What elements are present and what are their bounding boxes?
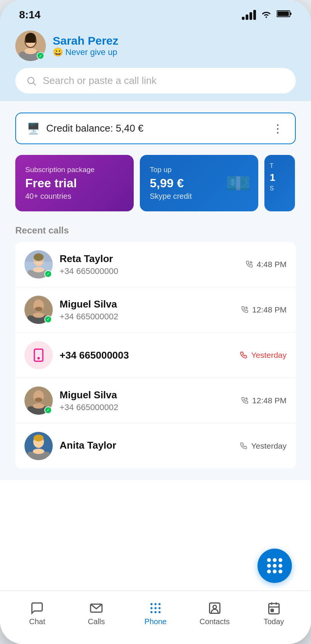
svg-point-43 <box>34 435 44 441</box>
avatar[interactable] <box>15 31 46 61</box>
promo-partial-title: 1 <box>270 172 290 184</box>
svg-line-13 <box>33 83 36 85</box>
nav-label-chat: Chat <box>29 617 45 626</box>
nav-item-contacts[interactable]: Contacts <box>185 601 244 626</box>
call-info-miguel1: Miguel Silva +34 665000002 <box>60 298 234 322</box>
profile-name: Sarah Perez <box>53 34 118 47</box>
online-badge <box>37 52 44 60</box>
call-time-unknown: Yesterday <box>240 351 287 360</box>
signal-icon <box>242 10 256 20</box>
incoming-call-icon <box>245 260 254 269</box>
promo-subscription-sub: 40+ countries <box>25 192 124 201</box>
chat-icon <box>30 601 44 615</box>
svg-point-55 <box>213 605 216 609</box>
call-name-anita: Anita Taylor <box>60 440 233 451</box>
reta-online-badge <box>44 270 52 278</box>
call-info-miguel2: Miguel Silva +34 665000002 <box>60 389 234 412</box>
call-time-value-miguel2: 12:48 PM <box>241 396 287 405</box>
dialpad-dots <box>263 554 286 577</box>
recent-calls-list: Reta Taylor +34 665000000 4:48 PM <box>15 242 296 469</box>
svg-point-26 <box>33 312 44 318</box>
svg-point-47 <box>159 603 160 605</box>
call-name-miguel1: Miguel Silva <box>60 298 234 310</box>
contacts-icon <box>208 601 222 615</box>
call-number-unknown: +34 665000003 <box>60 349 233 361</box>
svg-point-52 <box>154 611 156 613</box>
today-icon <box>267 601 281 615</box>
nav-label-phone: Phone <box>144 617 167 626</box>
status-icons <box>242 10 292 20</box>
svg-rect-1 <box>277 11 289 16</box>
more-dots-button[interactable]: ⋮ <box>272 122 284 135</box>
status-bar: 8:14 <box>0 0 311 27</box>
svg-point-51 <box>151 611 152 613</box>
svg-point-27 <box>35 307 42 311</box>
nav-item-today[interactable]: Today <box>244 601 303 626</box>
svg-rect-56 <box>269 604 279 614</box>
svg-point-18 <box>33 267 44 272</box>
missed-call-icon <box>240 351 248 359</box>
call-info-unknown: +34 665000003 <box>60 349 233 361</box>
phone-icon <box>31 348 46 362</box>
svg-rect-2 <box>290 13 292 15</box>
search-bar[interactable]: Search or paste a call link <box>15 68 296 93</box>
header: Sarah Perez 😀 Never give up Search or pa… <box>0 27 311 101</box>
call-name-miguel2: Miguel Silva <box>60 389 234 401</box>
search-placeholder: Search or paste a call link <box>43 75 157 87</box>
phone-frame: 8:14 <box>0 0 311 644</box>
call-time-anita: Yesterday <box>240 441 287 451</box>
profile-info: Sarah Perez 😀 Never give up <box>53 34 118 57</box>
svg-point-12 <box>28 77 34 83</box>
svg-rect-11 <box>26 37 36 43</box>
credit-card[interactable]: 🖥️ Credit balance: 5,40 € ⋮ <box>15 113 296 144</box>
svg-point-8 <box>24 48 37 54</box>
call-item-reta-taylor[interactable]: Reta Taylor +34 665000000 4:48 PM <box>15 242 296 287</box>
call-time-value-reta: 4:48 PM <box>245 260 287 269</box>
recent-calls-label: Recent calls <box>15 225 296 236</box>
battery-icon <box>277 10 292 20</box>
miguel1-online-badge <box>44 316 52 323</box>
call-info-reta: Reta Taylor +34 665000000 <box>60 253 238 276</box>
promo-partial-sub: S <box>270 185 290 192</box>
call-item-anita[interactable]: Anita Taylor Yesterday <box>15 423 296 469</box>
nav-label-calls: Calls <box>88 617 105 626</box>
svg-point-50 <box>159 607 160 609</box>
main-content: 🖥️ Credit balance: 5,40 € ⋮ Subscription… <box>0 101 311 480</box>
svg-rect-60 <box>271 609 273 612</box>
profile-row: Sarah Perez 😀 Never give up <box>15 31 296 61</box>
svg-point-35 <box>33 403 44 409</box>
dialpad-fab[interactable] <box>258 549 292 583</box>
money-icon: 💵 <box>226 172 251 195</box>
nav-label-today: Today <box>264 617 284 626</box>
nav-item-calls[interactable]: Calls <box>67 601 126 626</box>
promo-card-topup[interactable]: Top up 5,99 € Skype credit 💵 <box>140 155 258 211</box>
wifi-icon <box>261 10 272 20</box>
svg-point-30 <box>38 357 39 359</box>
credit-balance: Credit balance: 5,40 € <box>46 122 143 134</box>
outgoing-call-icon <box>240 442 248 450</box>
svg-rect-20 <box>24 250 53 262</box>
call-number-miguel2: +34 665000002 <box>60 402 234 412</box>
call-avatar-img-anita <box>24 432 53 460</box>
svg-point-46 <box>154 603 156 605</box>
miguel2-online-badge <box>44 406 52 414</box>
profile-status: 😀 Never give up <box>53 47 118 57</box>
credit-icon: 🖥️ <box>27 122 40 135</box>
promo-card-subscription[interactable]: Subscription package Free trial 40+ coun… <box>15 155 134 211</box>
call-time-reta: 4:48 PM <box>245 260 287 269</box>
credit-left: 🖥️ Credit balance: 5,40 € <box>27 122 143 135</box>
call-avatar-miguel1 <box>24 296 53 324</box>
call-item-unknown[interactable]: +34 665000003 Yesterday <box>15 333 296 378</box>
call-number-miguel1: +34 665000002 <box>60 312 234 322</box>
nav-item-phone[interactable]: Phone <box>126 601 185 626</box>
phone-grid-icon <box>149 601 162 615</box>
incoming-call-icon <box>241 396 249 405</box>
call-item-miguel-2[interactable]: Miguel Silva +34 665000002 12:48 PM <box>15 378 296 423</box>
call-item-miguel-1[interactable]: Miguel Silva +34 665000002 12:48 PM <box>15 287 296 333</box>
calls-icon <box>89 601 103 615</box>
svg-point-45 <box>151 603 152 605</box>
promo-card-partial[interactable]: T 1 S <box>264 155 295 211</box>
call-info-anita: Anita Taylor <box>60 440 233 453</box>
nav-item-chat[interactable]: Chat <box>8 601 67 626</box>
call-avatar-reta <box>24 250 53 279</box>
